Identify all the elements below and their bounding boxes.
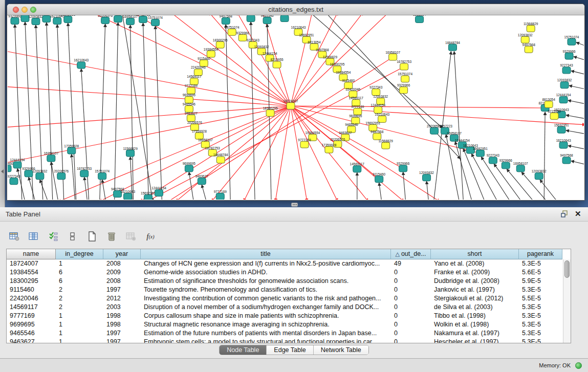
graph-node-teal[interactable]: 15692951 — [554, 123, 569, 133]
graph-node-teal[interactable]: 15751074 — [148, 16, 163, 26]
table-row[interactable]: 1830029562008Estimation of significance … — [7, 277, 571, 286]
graph-node-yellow[interactable]: 9463627 — [185, 112, 198, 121]
graph-node-teal[interactable]: 9329966 — [397, 162, 410, 171]
graph-node-yellow[interactable]: 17359928 — [321, 143, 336, 153]
citation-edge-black[interactable] — [566, 115, 584, 119]
table-scrollbar[interactable] — [563, 259, 571, 343]
graph-node-teal[interactable]: 15751074 — [95, 169, 110, 179]
new-table-icon[interactable] — [85, 229, 99, 244]
graph-node-teal[interactable]: 9465546 — [260, 15, 274, 24]
citation-edge-black[interactable] — [226, 25, 230, 200]
control-panel-collapsed-strip[interactable] — [0, 0, 5, 207]
delete-rows-icon[interactable] — [104, 229, 119, 244]
citation-edge-red[interactable] — [58, 106, 291, 200]
graph-node-teal[interactable]: 11568829 — [244, 15, 258, 21]
graph-node-teal[interactable]: 20206576 — [427, 124, 442, 134]
graph-node-teal[interactable]: 20206576 — [98, 15, 113, 24]
table-row[interactable]: 911546021997Tourette syndrome. Phenomeno… — [7, 286, 571, 294]
graph-node-teal[interactable]: 9497568 — [220, 15, 233, 24]
citation-edge-black[interactable] — [403, 172, 406, 200]
graph-node-teal[interactable]: 8813054 — [413, 15, 426, 23]
graph-node-teal[interactable]: 9777169 — [214, 190, 227, 200]
toggle-panel-icon[interactable] — [66, 229, 80, 244]
graph-node-yellow[interactable]: 11568829 — [524, 22, 538, 32]
graph-node-yellow[interactable]: 12093832 — [518, 33, 533, 43]
graph-node-yellow[interactable]: 15751074 — [398, 72, 412, 82]
graph-node-yellow[interactable]: 9777169 — [185, 84, 198, 94]
citation-edge-black[interactable] — [122, 15, 153, 200]
citation-edge-black[interactable] — [446, 135, 459, 200]
graph-node-yellow[interactable]: 9115460 — [198, 57, 210, 67]
graph-node-teal[interactable]: 16782753 — [77, 167, 92, 177]
graph-node-teal[interactable]: 16210643 — [74, 59, 89, 69]
network-graph[interactable]: 9329966922734312093832124441541621064315… — [8, 15, 584, 200]
column-visibility-icon[interactable] — [27, 229, 41, 244]
table-row[interactable]: 1456911722003Disruption of a novel membe… — [7, 303, 571, 312]
graph-node-teal[interactable]: 9227343 — [560, 63, 573, 73]
graph-node-teal[interactable]: 12093832 — [419, 171, 434, 181]
column-header-title[interactable]: title — [141, 249, 391, 259]
graph-node-teal[interactable]: 17359928 — [64, 144, 79, 154]
expand-panel-arrow-icon[interactable] — [1, 169, 4, 173]
graph-node-yellow[interactable]: 9227343 — [369, 85, 383, 95]
network-canvas[interactable]: 9329966922734312093832124441541621064315… — [8, 15, 584, 200]
graph-node-teal[interactable]: 16648784 — [445, 41, 460, 51]
citation-edge-black[interactable] — [115, 23, 118, 200]
citation-edge-black[interactable] — [507, 169, 534, 200]
graph-node-yellow[interactable]: 8215955 — [270, 58, 284, 68]
graph-node-teal[interactable]: 16210643 — [556, 139, 571, 148]
graph-node-teal[interactable]: 16210643 — [50, 15, 64, 24]
table-scrollbar-thumb[interactable] — [564, 260, 570, 278]
table-row[interactable]: 946554611997Estimation of the future num… — [7, 329, 571, 338]
citation-edge-black[interactable] — [569, 85, 584, 89]
graph-node-yellow[interactable]: 14569117 — [187, 75, 202, 84]
column-header-out_de[interactable]: △out_de... — [391, 249, 431, 259]
graph-node-yellow[interactable]: 16958107 — [385, 51, 400, 60]
table-settings-icon[interactable] — [7, 229, 21, 244]
graph-node-yellow[interactable]: 9497568 — [522, 43, 536, 53]
citation-edge-black[interactable] — [574, 57, 584, 60]
citation-edge-black[interactable] — [155, 26, 162, 200]
graph-node-teal[interactable]: 12444154 — [556, 93, 571, 103]
citation-edge-black[interactable] — [576, 42, 584, 46]
graph-node-teal[interactable]: 14569117 — [350, 162, 365, 172]
graph-node-yellow[interactable]: 9497568 — [371, 130, 384, 140]
column-header-in_degree[interactable]: in_degree — [56, 249, 103, 259]
network-view-window[interactable]: citations_edges.txt 93299669227343120938… — [7, 4, 585, 201]
graph-node-teal[interactable]: 9115460 — [373, 172, 385, 182]
citation-edge-black[interactable] — [568, 146, 584, 149]
citation-edge-black[interactable] — [47, 23, 53, 200]
graph-node-teal[interactable]: 9227343 — [487, 154, 500, 163]
table-row[interactable]: 2242004622012Investigating the contribut… — [7, 294, 571, 303]
citation-edge-black[interactable] — [427, 181, 429, 200]
citation-edge-black[interactable] — [17, 168, 25, 200]
citation-edge-black[interactable] — [72, 154, 75, 200]
graph-node-teal[interactable]: 15692951 — [141, 191, 156, 200]
column-header-short[interactable]: short — [431, 249, 519, 259]
graph-node-yellow[interactable]: 16782753 — [397, 60, 411, 70]
citation-edge-black[interactable] — [68, 23, 76, 200]
graph-node-yellow[interactable]: 9699695 — [183, 93, 196, 103]
graph-node-teal[interactable]: 15692951 — [473, 147, 488, 157]
citation-edge-black[interactable] — [566, 130, 584, 134]
graph-node-teal[interactable]: 9329966 — [562, 50, 576, 59]
graph-node-yellow[interactable]: 16648784 — [213, 153, 228, 163]
delete-table-icon[interactable] — [124, 229, 138, 244]
citation-edge-red[interactable] — [291, 106, 307, 200]
column-header-name[interactable]: name — [7, 249, 56, 259]
citation-edge-black[interactable] — [81, 69, 89, 200]
graph-node-teal[interactable]: 20206576 — [54, 169, 69, 179]
split-pane-handle[interactable] — [291, 203, 298, 207]
graph-node-teal[interactable]: 9699695 — [183, 162, 196, 171]
citation-edge-black[interactable] — [143, 23, 149, 200]
table-body[interactable]: 1872400712008Changes of HCN gene express… — [7, 259, 571, 343]
column-header-pagerank[interactable]: pagerank — [519, 249, 562, 259]
table-row[interactable]: 969969511998Structural magnetic resonanc… — [7, 320, 571, 329]
graph-node-teal[interactable]: 12093832 — [28, 15, 43, 25]
graph-node-teal[interactable]: 15751074 — [564, 35, 579, 45]
float-panel-icon[interactable] — [560, 210, 569, 218]
graph-node-teal[interactable]: 12093832 — [557, 78, 572, 88]
citation-edge-red[interactable] — [244, 106, 291, 200]
graph-node-teal[interactable]: 16958107 — [513, 162, 528, 171]
window-titlebar[interactable]: citations_edges.txt — [7, 4, 584, 15]
